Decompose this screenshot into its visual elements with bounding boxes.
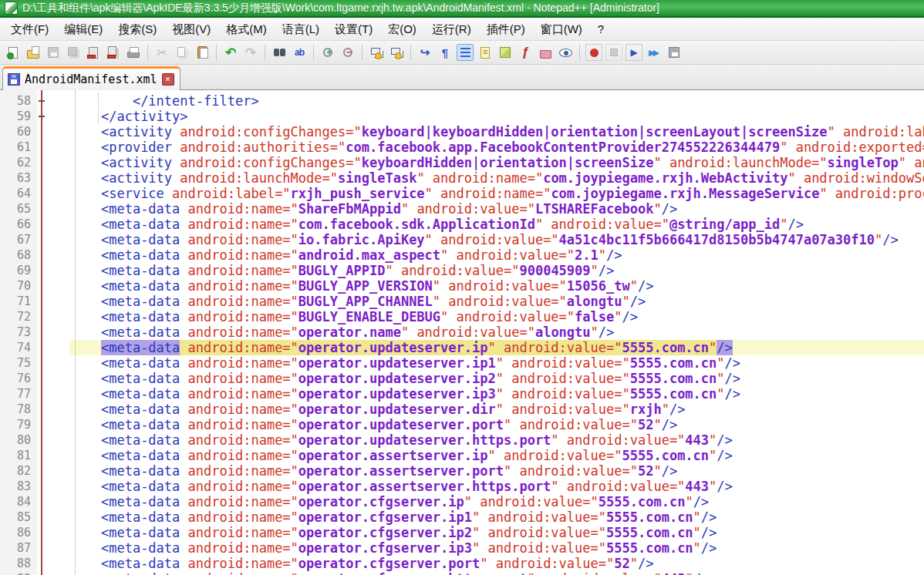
- line-number[interactable]: 60: [0, 124, 37, 140]
- title-bar[interactable]: D:\工具和组件\apk编辑器\ApkIDE最新3.3.5少月增强版\Work\…: [0, 0, 924, 18]
- menu-item-11[interactable]: ?: [590, 18, 612, 40]
- sync-vertical-scroll-icon[interactable]: [368, 44, 385, 61]
- line-number[interactable]: 88: [0, 556, 37, 571]
- code-line-75[interactable]: 75 <meta-data android:name="operator.upd…: [0, 355, 924, 371]
- code-line-81[interactable]: 81 <meta-data android:name="operator.ass…: [0, 448, 924, 463]
- save-macro-icon[interactable]: [666, 44, 683, 61]
- editor[interactable]: 58 </intent-filter>59 </activity>60 <act…: [0, 90, 924, 575]
- code-line-76[interactable]: 76 <meta-data android:name="operator.upd…: [0, 371, 924, 386]
- code-line-68[interactable]: 68 <meta-data android:name="android.max_…: [0, 247, 924, 263]
- code-line-69[interactable]: 69 <meta-data android:name="BUGLY_APPID"…: [0, 263, 924, 278]
- code-line-62[interactable]: 62 <activity android:configChanges="keyb…: [0, 155, 924, 170]
- code-line-60[interactable]: 60 <activity android:configChanges="keyb…: [0, 124, 924, 140]
- line-number[interactable]: 83: [0, 479, 37, 494]
- line-number[interactable]: 69: [0, 263, 37, 278]
- redo-icon[interactable]: [242, 44, 259, 61]
- zoom-in-icon[interactable]: [319, 44, 336, 61]
- line-number[interactable]: 61: [0, 140, 37, 155]
- line-number[interactable]: 89: [0, 571, 37, 575]
- menu-item-10[interactable]: 窗口(W): [533, 18, 590, 40]
- line-number[interactable]: 71: [0, 294, 37, 309]
- tab-androidmanifest[interactable]: AndroidManifest.xml: [2, 66, 180, 90]
- menu-item-2[interactable]: 搜索(S): [110, 18, 164, 40]
- word-wrap-icon[interactable]: [416, 44, 433, 61]
- line-number[interactable]: 86: [0, 525, 37, 540]
- code-line-74[interactable]: 74 <meta-data android:name="operator.upd…: [0, 340, 924, 355]
- line-number[interactable]: 65: [0, 201, 37, 217]
- code-line-88[interactable]: 88 <meta-data android:name="operator.cfg…: [0, 556, 924, 571]
- code-line-58[interactable]: 58 </intent-filter>: [0, 93, 924, 109]
- line-number[interactable]: 64: [0, 186, 37, 201]
- menu-item-3[interactable]: 视图(V): [164, 18, 218, 40]
- code-line-73[interactable]: 73 <meta-data android:name="operator.nam…: [0, 324, 924, 340]
- new-document-icon[interactable]: [5, 44, 22, 61]
- code-line-61[interactable]: 61 <provider android:authorities="com.fa…: [0, 140, 924, 155]
- code-line-70[interactable]: 70 <meta-data android:name="BUGLY_APP_VE…: [0, 278, 924, 294]
- line-number[interactable]: 58: [0, 93, 37, 109]
- line-number[interactable]: 82: [0, 463, 37, 479]
- line-number[interactable]: 80: [0, 432, 37, 448]
- line-number[interactable]: 84: [0, 494, 37, 509]
- line-number[interactable]: 77: [0, 386, 37, 402]
- document-map-icon[interactable]: [497, 44, 514, 61]
- menu-item-5[interactable]: 语言(L): [275, 18, 327, 40]
- undo-icon[interactable]: [222, 44, 239, 61]
- project-folder-icon[interactable]: [537, 44, 554, 61]
- record-macro-icon[interactable]: [585, 44, 602, 61]
- code-line-67[interactable]: 67 <meta-data android:name="io.fabric.Ap…: [0, 232, 924, 247]
- zoom-out-icon[interactable]: [339, 44, 356, 61]
- paste-icon[interactable]: [194, 44, 211, 61]
- code-line-79[interactable]: 79 <meta-data android:name="operator.upd…: [0, 417, 924, 432]
- code-line-65[interactable]: 65 <meta-data android:name="ShareFbMAppi…: [0, 201, 924, 217]
- code-line-82[interactable]: 82 <meta-data android:name="operator.ass…: [0, 463, 924, 479]
- line-number[interactable]: 74: [0, 340, 37, 355]
- line-number[interactable]: 72: [0, 309, 37, 324]
- line-number[interactable]: 79: [0, 417, 37, 432]
- code-line-59[interactable]: 59 </activity>: [0, 109, 924, 124]
- print-icon[interactable]: [125, 44, 142, 61]
- line-number[interactable]: 62: [0, 155, 37, 170]
- menu-item-9[interactable]: 插件(P): [479, 18, 533, 40]
- menu-item-4[interactable]: 格式(M): [218, 18, 275, 40]
- cut-icon[interactable]: [153, 44, 170, 61]
- code-line-89[interactable]: 89 <meta-data android:name="operator.cfg…: [0, 571, 924, 575]
- code-line-84[interactable]: 84 <meta-data android:name="operator.cfg…: [0, 494, 924, 509]
- copy-icon[interactable]: [174, 44, 191, 61]
- code-line-78[interactable]: 78 <meta-data android:name="operator.upd…: [0, 402, 924, 417]
- eye-icon[interactable]: [557, 44, 574, 61]
- line-number[interactable]: 87: [0, 540, 37, 556]
- menu-item-6[interactable]: 设置(T): [327, 18, 380, 40]
- menu-item-1[interactable]: 编辑(E): [56, 18, 110, 40]
- close-all-documents-icon[interactable]: [105, 44, 122, 61]
- code-line-83[interactable]: 83 <meta-data android:name="operator.ass…: [0, 479, 924, 494]
- tab-close-icon[interactable]: [162, 73, 174, 86]
- line-number[interactable]: 78: [0, 402, 37, 417]
- code-line-87[interactable]: 87 <meta-data android:name="operator.cfg…: [0, 540, 924, 556]
- function-list-icon[interactable]: [477, 44, 494, 61]
- code-line-72[interactable]: 72 <meta-data android:name="BUGLY_ENABLE…: [0, 309, 924, 324]
- code-line-80[interactable]: 80 <meta-data android:name="operator.upd…: [0, 432, 924, 448]
- line-number[interactable]: 73: [0, 324, 37, 340]
- save-icon[interactable]: [45, 44, 62, 61]
- code-line-63[interactable]: 63 <activity android:launchMode="singleT…: [0, 170, 924, 186]
- line-number[interactable]: 66: [0, 217, 37, 232]
- line-number[interactable]: 70: [0, 278, 37, 294]
- menu-item-8[interactable]: 运行(R): [424, 18, 479, 40]
- code-line-71[interactable]: 71 <meta-data android:name="BUGLY_APP_CH…: [0, 294, 924, 309]
- code-line-86[interactable]: 86 <meta-data android:name="operator.cfg…: [0, 525, 924, 540]
- line-number[interactable]: 76: [0, 371, 37, 386]
- line-number[interactable]: 63: [0, 170, 37, 186]
- code-line-77[interactable]: 77 <meta-data android:name="operator.upd…: [0, 386, 924, 402]
- script-icon[interactable]: [517, 44, 534, 61]
- replace-icon[interactable]: [291, 44, 308, 61]
- run-macro-multiple-icon[interactable]: [646, 44, 663, 61]
- code-line-66[interactable]: 66 <meta-data android:name="com.facebook…: [0, 217, 924, 232]
- code-line-85[interactable]: 85 <meta-data android:name="operator.cfg…: [0, 509, 924, 525]
- close-document-icon[interactable]: [85, 44, 102, 61]
- line-number[interactable]: 75: [0, 355, 37, 371]
- line-number[interactable]: 59: [0, 109, 37, 124]
- play-macro-icon[interactable]: [626, 44, 642, 61]
- find-icon[interactable]: [271, 44, 288, 61]
- save-all-icon[interactable]: [65, 44, 82, 61]
- open-folder-icon[interactable]: [25, 44, 42, 61]
